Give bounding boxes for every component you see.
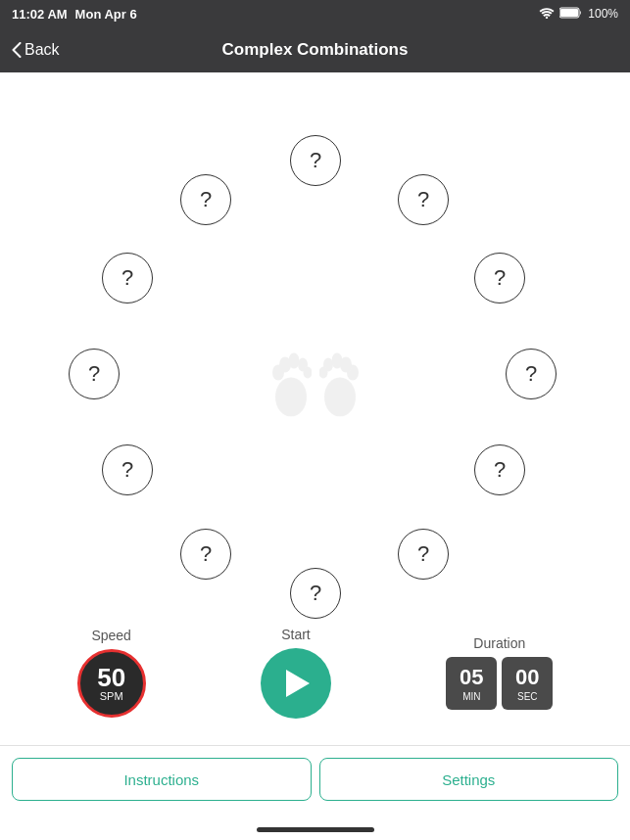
svg-point-3: [275, 378, 307, 417]
svg-rect-2: [560, 9, 578, 17]
battery-icon: [559, 7, 583, 22]
battery-percent: 100%: [588, 7, 618, 21]
question-mark-4[interactable]: ?: [102, 253, 153, 303]
duration-sec-unit: SEC: [517, 691, 538, 702]
divider: [0, 745, 630, 746]
nav-title: Complex Combinations: [222, 40, 409, 60]
question-mark-1[interactable]: ?: [290, 135, 341, 186]
duration-min-unit: MIN: [462, 691, 480, 702]
status-date: Mon Apr 6: [75, 7, 137, 22]
nav-bar: Back Complex Combinations: [0, 27, 630, 72]
question-mark-6[interactable]: ?: [69, 349, 120, 399]
question-mark-9[interactable]: ?: [474, 444, 525, 495]
question-mark-11[interactable]: ?: [398, 529, 449, 580]
home-indicator: [257, 827, 374, 832]
instructions-button[interactable]: Instructions: [12, 758, 312, 801]
svg-point-0: [546, 16, 548, 18]
wifi-icon: [539, 7, 555, 22]
status-icons: 100%: [539, 7, 618, 22]
question-mark-2[interactable]: ?: [180, 174, 231, 225]
speed-label: Speed: [91, 628, 130, 643]
back-button[interactable]: Back: [12, 41, 60, 59]
speed-unit: SPM: [100, 690, 123, 702]
status-time: 11:02 AM: [12, 7, 68, 22]
question-mark-10[interactable]: ?: [180, 529, 231, 580]
main-content: ? ? ? ? ? ? ? ? ?: [0, 72, 630, 687]
status-bar: 11:02 AM Mon Apr 6 100%: [0, 0, 630, 27]
duration-label: Duration: [473, 635, 525, 651]
play-button[interactable]: [261, 648, 331, 719]
question-mark-12[interactable]: ?: [290, 568, 341, 619]
start-section: Start: [261, 627, 331, 719]
play-icon: [286, 670, 310, 697]
duration-min-value: 05: [460, 665, 483, 690]
duration-min-box[interactable]: 05 MIN: [446, 657, 497, 710]
duration-boxes: 05 MIN 00 SEC: [446, 657, 553, 710]
duration-sec-box[interactable]: 00 SEC: [502, 657, 553, 710]
footprints: [270, 344, 361, 417]
start-label: Start: [281, 627, 311, 642]
question-mark-5[interactable]: ?: [474, 253, 525, 303]
speed-dial[interactable]: 50 SPM: [77, 649, 146, 718]
bottom-buttons: Instructions Settings: [0, 758, 630, 801]
question-mark-7[interactable]: ?: [506, 349, 557, 399]
duration-sec-value: 00: [515, 665, 539, 690]
question-mark-3[interactable]: ?: [398, 174, 449, 225]
duration-section: Duration 05 MIN 00 SEC: [446, 635, 553, 710]
settings-button[interactable]: Settings: [319, 758, 619, 801]
footprint-area: ? ? ? ? ? ? ? ? ?: [0, 72, 630, 687]
svg-point-14: [319, 367, 328, 379]
back-label: Back: [24, 41, 60, 59]
question-mark-8[interactable]: ?: [102, 444, 153, 495]
svg-point-6: [288, 353, 299, 369]
speed-value: 50: [97, 665, 125, 690]
controls-area: Speed 50 SPM Start Duration 05 MIN 00 SE…: [0, 619, 630, 726]
speed-section: Speed 50 SPM: [77, 628, 146, 718]
svg-point-9: [324, 378, 356, 417]
